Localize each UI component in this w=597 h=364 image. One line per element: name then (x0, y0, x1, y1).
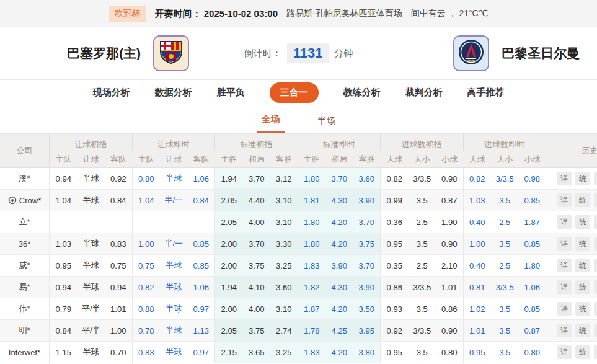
stats-button[interactable]: 统 (575, 259, 590, 272)
odds-cell: 半/一 (160, 190, 188, 211)
history-extra-button[interactable] (594, 215, 597, 229)
detail-button[interactable]: 详 (557, 345, 572, 359)
subtab-全场[interactable]: 全场 (257, 107, 285, 133)
stats-button[interactable]: 统 (575, 324, 590, 337)
odds-cell: 0.86 (436, 298, 464, 319)
odds-cell: 4.40 (243, 190, 271, 211)
nav-tab-现场分析[interactable]: 现场分析 (93, 87, 130, 99)
history-extra-button[interactable] (594, 324, 597, 337)
odds-cell: 半球 (160, 320, 188, 341)
odds-cell: 3.80 (353, 342, 381, 363)
odds-cell: 3.10 (270, 211, 298, 233)
odds-cell: 3.5 (409, 233, 436, 254)
detail-button[interactable]: 详 (557, 193, 572, 207)
detail-button[interactable]: 详 (557, 280, 572, 294)
nav-tab-数据分析[interactable]: 数据分析 (155, 87, 192, 99)
history-actions-cell: 详统 (546, 168, 597, 189)
subtab-半场[interactable]: 半场 (312, 109, 341, 133)
odds-cell: 0.70 (105, 342, 133, 363)
odds-cell (50, 211, 77, 233)
detail-button[interactable]: 详 (557, 215, 572, 229)
nav-tab-裁判分析[interactable]: 裁判分析 (405, 87, 443, 99)
odds-cell (160, 211, 188, 233)
history-actions-cell: 详统 (546, 320, 597, 341)
stats-button[interactable]: 统 (575, 193, 590, 207)
nav-tab-高手推荐[interactable]: 高手推荐 (467, 87, 505, 99)
odds-cell: 3.70 (243, 168, 271, 189)
stats-button[interactable]: 统 (575, 280, 590, 294)
away-team-crest (453, 35, 489, 71)
detail-button[interactable]: 详 (557, 302, 572, 316)
odds-cell: 3.75 (243, 320, 271, 341)
odds-cell: 4.20 (325, 342, 353, 363)
table-row: 伟*0.79平/半1.010.88半球0.972.004.003.101.874… (0, 298, 597, 320)
history-extra-button[interactable] (594, 280, 597, 294)
odds-cell: 1.94 (215, 168, 243, 189)
odds-cell (188, 211, 216, 233)
odds-cell: 0.78 (133, 320, 161, 341)
table-row: Interwet*1.15半球0.700.83半球0.972.153.653.2… (0, 342, 597, 363)
odds-cell: 3.70 (353, 211, 381, 233)
odds-cell: 3.90 (353, 277, 381, 298)
sub-header-客胜: 客胜 (270, 151, 298, 167)
odds-cell: 1.15 (50, 342, 77, 363)
odds-cell: 半球 (77, 277, 105, 298)
odds-cell: 3.30 (270, 233, 298, 254)
detail-button[interactable]: 详 (557, 259, 572, 272)
odds-table-header: 公司让球初指让球即时标准初指标准即时进球数初指进球数即时主队让球客队主队让球客队… (0, 133, 597, 168)
detail-button[interactable]: 详 (557, 172, 572, 185)
stats-button[interactable]: 统 (575, 237, 590, 251)
odds-cell: 4.10 (243, 277, 271, 298)
odds-cell: 0.75 (133, 255, 161, 276)
odds-cell: 2.00 (215, 255, 243, 276)
sub-header-小球: 小球 (436, 151, 464, 167)
stats-button[interactable]: 统 (575, 172, 590, 185)
odds-cell: 0.85 (519, 298, 547, 319)
company-name: 36* (19, 239, 31, 249)
history-extra-button[interactable] (594, 259, 597, 272)
odds-cell: 3.70 (325, 168, 353, 189)
history-extra-button[interactable] (594, 345, 597, 359)
nav-tab-胜平负[interactable]: 胜平负 (217, 87, 245, 99)
odds-cell: 1.01 (105, 298, 133, 319)
company-name: 澳* (19, 173, 30, 184)
history-extra-button[interactable] (594, 193, 597, 207)
company-name: Crow* (19, 196, 41, 205)
odds-cell: 0.80 (436, 342, 464, 363)
detail-button[interactable]: 详 (557, 324, 572, 337)
group-header-进球数即时: 进球数即时 (464, 134, 547, 151)
odds-cell: 0.40 (464, 211, 492, 233)
odds-cell: 1.87 (298, 298, 326, 319)
stats-button[interactable]: 统 (575, 302, 590, 316)
sub-header-大球: 大球 (381, 151, 409, 167)
history-extra-button[interactable] (594, 172, 597, 185)
odds-cell: 0.40 (464, 255, 492, 276)
odds-cell: 0.83 (133, 342, 161, 363)
table-row: 立*2.054.003.101.804.203.700.362.51.900.4… (0, 211, 597, 233)
odds-cell: 3/3.5 (409, 277, 436, 298)
odds-cell: 0.85 (188, 233, 216, 254)
sub-header-客队: 客队 (188, 151, 216, 167)
history-extra-button[interactable] (594, 302, 597, 316)
history-extra-button[interactable] (594, 237, 597, 251)
odds-cell: 0.85 (519, 190, 547, 211)
odds-cell: 3.75 (243, 255, 271, 276)
odds-cell: 3.70 (353, 255, 381, 276)
odds-cell: 0.84 (50, 320, 77, 341)
detail-button[interactable]: 详 (557, 237, 572, 251)
odds-cell: 半球 (160, 277, 188, 298)
stats-button[interactable]: 统 (575, 345, 590, 359)
nav-tab-教练分析[interactable]: 教练分析 (343, 87, 381, 99)
odds-cell: 3.50 (353, 298, 381, 319)
odds-cell: 0.95 (381, 342, 409, 363)
odds-cell (77, 211, 105, 233)
table-row: 明*0.84平/半1.000.78半球1.132.053.752.741.784… (0, 320, 597, 342)
nav-tab-三合一[interactable]: 三合一 (270, 82, 319, 103)
odds-cell: 4.30 (325, 277, 353, 298)
stats-button[interactable]: 统 (575, 215, 590, 229)
odds-cell: 半球 (77, 168, 105, 189)
odds-cell: 0.97 (188, 342, 216, 363)
league-badge: 欧冠杯 (109, 6, 146, 22)
odds-cell: 3.10 (270, 298, 298, 319)
odds-cell: 3.5 (491, 342, 519, 363)
